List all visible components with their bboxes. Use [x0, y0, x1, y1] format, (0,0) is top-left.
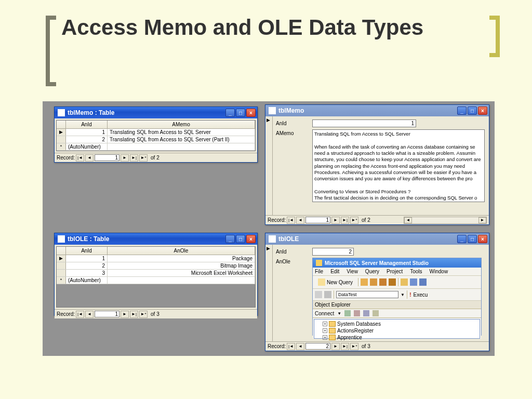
- table-row[interactable]: ▶ 1 Package: [57, 255, 255, 262]
- table-row[interactable]: 2 Bitmap Image: [57, 262, 255, 270]
- close-button[interactable]: ×: [478, 235, 487, 243]
- nav-prev-button[interactable]: ◄: [296, 343, 304, 350]
- oe-tree[interactable]: +System Databases +ActionsRegister +Appr…: [314, 319, 480, 339]
- row-selector[interactable]: [57, 136, 66, 143]
- cell-anid[interactable]: 1: [66, 255, 108, 262]
- window-tblole-form[interactable]: tblOLE _ □ × ▶ AnId 2 AnOle Microsoft SQ…: [265, 233, 489, 351]
- oe-icon[interactable]: [354, 310, 360, 316]
- titlebar-tblole-form[interactable]: tblOLE _ □ ×: [265, 233, 489, 245]
- row-selector[interactable]: ▶: [57, 129, 66, 136]
- cell-anid[interactable]: 3: [66, 270, 108, 276]
- filter-icon[interactable]: [373, 310, 379, 316]
- minimize-button[interactable]: _: [457, 107, 467, 115]
- ole-ssms-object[interactable]: Microsoft SQL Server Management Studio F…: [312, 258, 482, 336]
- nav-new-button[interactable]: ►*: [350, 343, 358, 350]
- expander-icon[interactable]: +: [323, 335, 327, 340]
- input-anid[interactable]: 2: [312, 248, 354, 256]
- column-header-anole[interactable]: AnOle: [108, 247, 255, 255]
- window-tblole-table[interactable]: tblOLE : Table _ □ × AnId AnOle ▶ 1 Pack…: [54, 233, 258, 316]
- toolbar-icon[interactable]: [315, 291, 322, 298]
- oe-icon[interactable]: [344, 310, 351, 316]
- cell-amemo[interactable]: Translating SQL from Access to SQL Serve…: [108, 136, 255, 143]
- cell-anole[interactable]: Package: [108, 255, 255, 262]
- scroll-track[interactable]: [412, 217, 478, 223]
- ssms-menubar[interactable]: File Edit View Query Project Tools Windo…: [313, 268, 481, 276]
- database-combo[interactable]: DataTest: [336, 291, 398, 298]
- maximize-button[interactable]: □: [468, 107, 477, 115]
- tree-node[interactable]: +ActionsRegister: [315, 327, 478, 334]
- table-row[interactable]: ▶ 1 Translating SQL from Access to SQL S…: [57, 129, 255, 136]
- column-header-anid[interactable]: AnId: [66, 247, 108, 255]
- toolbar-icon[interactable]: [370, 278, 377, 286]
- toolbar-icon[interactable]: [324, 291, 331, 298]
- table-row-new[interactable]: * (AutoNumber): [57, 143, 255, 151]
- menu-project[interactable]: Project: [387, 269, 403, 274]
- menu-query[interactable]: Query: [365, 269, 379, 274]
- memo-field[interactable]: Translating SQL from Access to SQL Serve…: [312, 129, 485, 202]
- nav-position-input[interactable]: [95, 311, 119, 317]
- row-selector[interactable]: ▶: [57, 255, 66, 262]
- maximize-button[interactable]: □: [236, 235, 245, 243]
- titlebar-tblmemo-form[interactable]: tblMemo _ □ ×: [265, 105, 489, 116]
- cell-anid[interactable]: 1: [66, 129, 108, 136]
- nav-position-input[interactable]: [95, 154, 119, 161]
- save-all-icon[interactable]: [419, 278, 427, 286]
- cell-anole[interactable]: Microsoft Excel Worksheet: [108, 270, 255, 276]
- nav-last-button[interactable]: ►|: [130, 311, 138, 318]
- minimize-button[interactable]: _: [225, 109, 235, 117]
- nav-prev-button[interactable]: ◄: [85, 154, 94, 162]
- maximize-button[interactable]: □: [236, 109, 245, 117]
- menu-file[interactable]: File: [315, 269, 323, 274]
- scroll-left-button[interactable]: ◄: [404, 217, 412, 223]
- nav-new-button[interactable]: ►*: [350, 217, 358, 224]
- close-button[interactable]: ×: [246, 109, 256, 117]
- minimize-button[interactable]: _: [457, 235, 467, 243]
- oe-icon[interactable]: [363, 310, 369, 316]
- minimize-button[interactable]: _: [225, 235, 235, 243]
- close-button[interactable]: ×: [478, 107, 487, 115]
- nav-next-button[interactable]: ►: [331, 343, 340, 350]
- nav-position-input[interactable]: [305, 343, 330, 350]
- cell-empty[interactable]: [108, 143, 255, 150]
- cell-anid[interactable]: 2: [66, 262, 108, 269]
- nav-last-button[interactable]: ►|: [341, 343, 349, 350]
- table-row[interactable]: 3 Microsoft Excel Worksheet: [57, 270, 255, 277]
- execute-button[interactable]: Execu: [414, 292, 428, 298]
- nav-next-button[interactable]: ►: [331, 217, 340, 224]
- nav-next-button[interactable]: ►: [121, 311, 129, 318]
- cell-anid[interactable]: 2: [66, 136, 108, 143]
- menu-window[interactable]: Window: [430, 269, 448, 274]
- column-header-anid[interactable]: AnId: [66, 121, 108, 128]
- nav-first-button[interactable]: |◄: [287, 343, 295, 350]
- nav-new-button[interactable]: ►*: [139, 154, 148, 162]
- column-header-amemo[interactable]: AMemo: [108, 121, 255, 128]
- input-anid[interactable]: 1: [312, 119, 416, 127]
- nav-next-button[interactable]: ►: [121, 154, 129, 162]
- cell-empty[interactable]: [108, 277, 255, 284]
- tree-node[interactable]: +Apprentice: [315, 334, 478, 341]
- cell-amemo[interactable]: Translating SQL from Access to SQL Serve…: [108, 129, 255, 136]
- nav-new-button[interactable]: ►*: [139, 311, 148, 318]
- tree-node[interactable]: +System Databases: [315, 321, 478, 327]
- expander-icon[interactable]: +: [323, 322, 327, 326]
- datasheet-grid[interactable]: AnId AnOle ▶ 1 Package 2 Bitmap Image 3 …: [56, 246, 256, 308]
- menu-tools[interactable]: Tools: [410, 269, 422, 274]
- window-tblmemo-table[interactable]: tblMemo : Table _ □ × AnId AMemo ▶ 1 Tra…: [54, 107, 258, 163]
- row-selector-new[interactable]: *: [57, 277, 66, 284]
- open-icon[interactable]: [401, 278, 408, 286]
- close-button[interactable]: ×: [246, 235, 256, 243]
- toolbar-icon[interactable]: [361, 278, 368, 286]
- scroll-right-button[interactable]: ►: [478, 217, 486, 223]
- nav-prev-button[interactable]: ◄: [85, 311, 94, 318]
- nav-position-input[interactable]: [305, 217, 330, 223]
- record-selector[interactable]: ▶: [265, 245, 273, 341]
- table-row[interactable]: 2 Translating SQL from Access to SQL Ser…: [57, 136, 255, 143]
- nav-first-button[interactable]: |◄: [76, 154, 84, 162]
- window-tblmemo-form[interactable]: tblMemo _ □ × ▶ AnId 1 AMemo Translating…: [265, 104, 489, 225]
- toolbar-icon[interactable]: [379, 278, 387, 286]
- nav-last-button[interactable]: ►|: [130, 154, 138, 162]
- record-selector[interactable]: ▶: [265, 116, 273, 215]
- expander-icon[interactable]: +: [323, 328, 327, 333]
- nav-first-button[interactable]: |◄: [76, 311, 84, 318]
- row-selector-new[interactable]: *: [57, 143, 66, 150]
